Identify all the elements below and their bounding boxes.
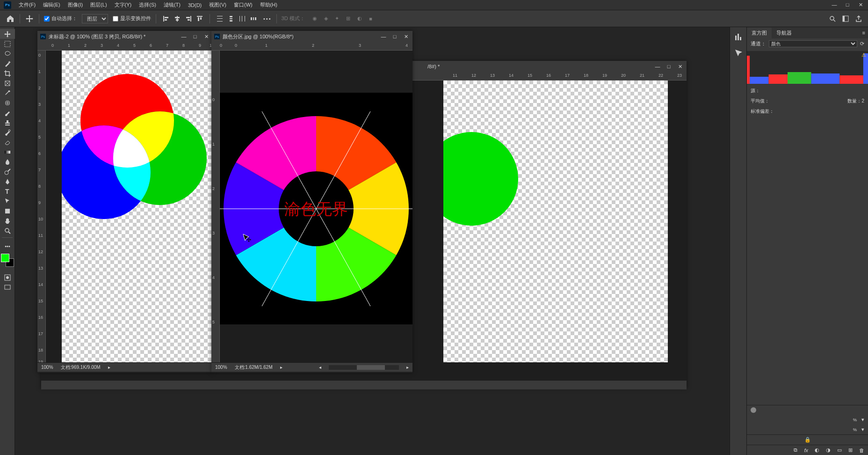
doc1-zoom[interactable]: 100%: [41, 365, 53, 370]
trash-icon[interactable]: 🗑: [859, 448, 864, 453]
refresh-icon[interactable]: ⟳: [860, 41, 864, 47]
tab-histogram[interactable]: 直方图: [747, 28, 772, 38]
show-transform-checkbox[interactable]: 显示变换控件: [113, 15, 151, 22]
edit-toolbar-icon[interactable]: •••: [0, 241, 15, 251]
doc1-minimize-icon[interactable]: —: [180, 34, 188, 40]
align-left-icon[interactable]: [161, 14, 171, 24]
frame-tool[interactable]: [0, 78, 15, 88]
tab-navigator[interactable]: 导航器: [772, 28, 796, 38]
panel-menu-icon[interactable]: ≡: [860, 30, 868, 36]
lasso-tool[interactable]: [0, 49, 15, 59]
align-right-icon[interactable]: [183, 14, 194, 24]
window-minimize-icon[interactable]: —: [831, 2, 838, 8]
blur-tool[interactable]: [0, 157, 15, 167]
doc2-info-chevron-icon[interactable]: ▸: [280, 365, 282, 370]
distribute-left-icon[interactable]: [248, 14, 259, 24]
svg-point-24: [830, 16, 834, 20]
path-select-tool[interactable]: [0, 196, 15, 206]
align-center-h-icon[interactable]: [172, 14, 182, 24]
doc1-canvas[interactable]: [62, 51, 211, 362]
document-window-2[interactable]: Ps 颜色分区.jpg @ 100%(RGB/8*) — □ ✕ 001234 …: [211, 31, 412, 373]
percent-chevron-icon-2[interactable]: ▾: [861, 426, 864, 433]
menu-text[interactable]: 文字(Y): [111, 0, 136, 10]
document-window-1[interactable]: Ps 未标题-2 @ 100% (图层 3 拷贝, RGB/8#) * — □ …: [37, 31, 213, 373]
color-swatch[interactable]: [1, 254, 14, 267]
doc1-maximize-icon[interactable]: □: [191, 34, 199, 40]
dodge-tool[interactable]: [0, 167, 15, 176]
distribute-bottom-icon[interactable]: [237, 14, 247, 24]
doc2-scrollbar[interactable]: [329, 365, 399, 370]
brush-tool[interactable]: [0, 108, 15, 117]
move-tool[interactable]: [0, 29, 15, 39]
channel-dropdown[interactable]: 颜色: [769, 40, 857, 47]
menu-layer[interactable]: 图层(L): [87, 0, 110, 10]
share-icon[interactable]: [855, 15, 862, 22]
crop-tool[interactable]: [0, 68, 15, 78]
menu-view[interactable]: 视图(V): [205, 0, 230, 10]
pen-tool[interactable]: [0, 176, 15, 186]
auto-select-dropdown[interactable]: 图层: [82, 14, 108, 23]
doc2-minimize-icon[interactable]: —: [380, 34, 387, 40]
histogram-warning-icon[interactable]: ⚠: [861, 52, 866, 58]
collapsed-panel-icon-1[interactable]: [734, 33, 743, 41]
doc2-zoom[interactable]: 100%: [215, 365, 227, 370]
heal-tool[interactable]: [0, 98, 15, 108]
search-icon[interactable]: [829, 15, 836, 22]
magic-wand-tool[interactable]: [0, 59, 15, 68]
doc2-scroll-right-icon[interactable]: ▸: [406, 365, 409, 370]
percent-chevron-icon[interactable]: ▾: [861, 417, 864, 423]
link-icon[interactable]: ⧉: [794, 447, 797, 453]
swatch-dot-icon[interactable]: [751, 407, 756, 413]
collapsed-panel-icon-2[interactable]: [734, 49, 743, 57]
workspace-switcher-icon[interactable]: [842, 15, 849, 22]
doc2-close-icon[interactable]: ✕: [402, 34, 410, 40]
distribute-v-center-icon[interactable]: [226, 14, 236, 24]
menu-edit[interactable]: 编辑(E): [39, 0, 64, 10]
stamp-tool[interactable]: [0, 117, 15, 127]
fx-icon[interactable]: fx: [804, 448, 808, 453]
window-close-icon[interactable]: ✕: [857, 2, 864, 8]
doc3-minimize-icon[interactable]: —: [654, 64, 661, 70]
home-icon[interactable]: [6, 14, 15, 23]
zoom-tool[interactable]: [0, 226, 15, 235]
doc1-close-icon[interactable]: ✕: [203, 34, 210, 40]
menu-select[interactable]: 选择(S): [135, 0, 160, 10]
auto-select-checkbox[interactable]: 自动选择：: [44, 15, 77, 22]
menu-help[interactable]: 帮助(H): [256, 0, 281, 10]
eyedropper-tool[interactable]: [0, 88, 15, 98]
doc3-canvas[interactable]: [443, 81, 668, 362]
distribute-top-icon[interactable]: [215, 14, 225, 24]
type-tool[interactable]: T: [0, 186, 15, 196]
doc1-ruler-v: 012345678910111213141516171819: [37, 51, 46, 362]
menu-file[interactable]: 文件(F): [15, 0, 39, 10]
new-layer-icon[interactable]: ⊞: [848, 447, 853, 453]
doc3-close-icon[interactable]: ✕: [676, 64, 684, 70]
doc1-info-chevron-icon[interactable]: ▸: [108, 365, 110, 370]
menu-3d[interactable]: 3D(D): [184, 1, 205, 9]
hand-tool[interactable]: [0, 216, 15, 226]
doc3-maximize-icon[interactable]: □: [665, 64, 673, 70]
foreground-color[interactable]: [1, 254, 9, 262]
quick-mask-icon[interactable]: [0, 272, 15, 282]
marquee-tool[interactable]: [0, 39, 15, 49]
folder-icon[interactable]: ▭: [837, 447, 842, 453]
mask-icon[interactable]: ◐: [815, 447, 819, 453]
align-top-icon[interactable]: [195, 14, 205, 24]
3d-mode-5-icon: ◐: [354, 14, 365, 24]
doc2-canvas[interactable]: 渝色无界: [220, 93, 412, 324]
doc2-scroll-left-icon[interactable]: ◂: [319, 365, 321, 370]
window-maximize-icon[interactable]: □: [844, 2, 851, 8]
doc2-maximize-icon[interactable]: □: [391, 34, 398, 40]
gradient-tool[interactable]: [0, 147, 15, 157]
history-brush-tool[interactable]: [0, 127, 15, 137]
menu-image[interactable]: 图像(I): [64, 0, 87, 10]
menu-filter[interactable]: 滤镜(T): [160, 0, 184, 10]
screen-mode-icon[interactable]: [0, 282, 15, 292]
eraser-tool[interactable]: [0, 137, 15, 147]
more-options-icon[interactable]: •••: [263, 16, 272, 22]
adjustment-icon[interactable]: ◑: [826, 447, 831, 453]
menu-window[interactable]: 窗口(W): [230, 0, 256, 10]
move-tool-icon[interactable]: [25, 14, 34, 23]
lock-icon[interactable]: 🔒: [804, 437, 811, 443]
shape-tool[interactable]: [0, 206, 15, 216]
